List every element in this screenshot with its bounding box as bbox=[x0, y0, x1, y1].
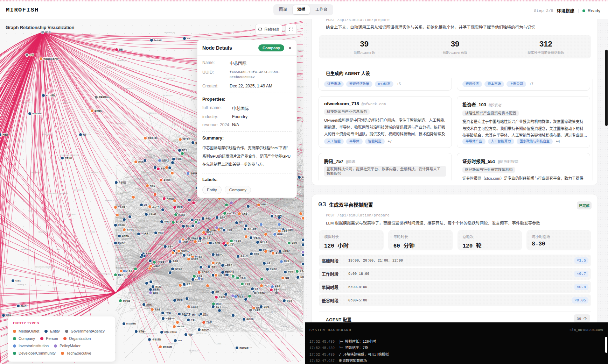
svg-text:百度: 百度 bbox=[239, 221, 243, 224]
svg-text:财经新浪网: 财经新浪网 bbox=[163, 345, 172, 348]
svg-text:招投书: 招投书 bbox=[216, 305, 221, 308]
svg-text:MF_AI: MF_AI bbox=[45, 31, 51, 33]
svg-text:INVESTS_IN: INVESTS_IN bbox=[290, 283, 299, 285]
svg-text:RELATES_TO: RELATES_TO bbox=[163, 95, 173, 97]
svg-text:算力租赁: 算力租赁 bbox=[195, 255, 202, 258]
svg-text:海光信息: 海光信息 bbox=[163, 179, 171, 181]
svg-text:RELATES_TO: RELATES_TO bbox=[42, 133, 52, 135]
svg-text:研究院: 研究院 bbox=[155, 285, 161, 288]
svg-text:FOLLOWS: FOLLOWS bbox=[294, 200, 301, 201]
svg-text:证券时报: 证券时报 bbox=[149, 213, 156, 216]
svg-text:RELATES_TO: RELATES_TO bbox=[174, 188, 184, 191]
svg-text:DeepSk86d: DeepSk86d bbox=[126, 323, 136, 325]
svg-text:供应链: 供应链 bbox=[284, 260, 289, 263]
svg-text:摩尔线程: 摩尔线程 bbox=[121, 235, 130, 237]
svg-text:COLLABORATES_WITH: COLLABORATES_WITH bbox=[140, 333, 157, 334]
svg-text:RELATES_TO: RELATES_TO bbox=[147, 112, 157, 114]
svg-text:阿里云: 阿里云 bbox=[187, 283, 192, 286]
svg-text:REPORTS_ON: REPORTS_ON bbox=[196, 333, 207, 334]
svg-text:政府订单: 政府订单 bbox=[246, 318, 254, 321]
svg-text:数据中心: 数据中心 bbox=[225, 271, 233, 273]
svg-text:PART_OF: PART_OF bbox=[63, 102, 70, 104]
svg-text:REPORTS_ON: REPORTS_ON bbox=[116, 123, 126, 124]
svg-text:智算中心: 智算中心 bbox=[118, 242, 126, 244]
svg-text:COMPETES_WITH: COMPETES_WITH bbox=[116, 257, 128, 259]
svg-text:INVESTS_IN: INVESTS_IN bbox=[18, 284, 26, 285]
svg-text:“平湖”系列: “平湖”系列 bbox=[152, 338, 161, 341]
svg-text:工信部: 工信部 bbox=[245, 283, 250, 285]
svg-text:产业联盟: 产业联盟 bbox=[253, 309, 261, 312]
svg-text:半导体: 半导体 bbox=[146, 252, 151, 255]
svg-text:海光信息: 海光信息 bbox=[167, 197, 174, 200]
svg-text:SBD: SBD bbox=[178, 340, 182, 342]
svg-text:REPORTS_ON: REPORTS_ON bbox=[116, 266, 126, 269]
svg-text:投资者: 投资者 bbox=[277, 233, 283, 236]
svg-text:科创板: 科创板 bbox=[254, 252, 259, 255]
svg-text:RELATES_TO: RELATES_TO bbox=[263, 245, 272, 247]
svg-text:封装测试: 封装测试 bbox=[300, 276, 304, 279]
svg-text:英伟达: 英伟达 bbox=[205, 217, 211, 220]
svg-text:RELATES_TO: RELATES_TO bbox=[116, 204, 125, 205]
svg-text:RELATES_TO: RELATES_TO bbox=[32, 172, 41, 173]
svg-text:FOLLOWS: FOLLOWS bbox=[265, 312, 273, 314]
svg-text:发改委: 发改委 bbox=[242, 212, 247, 215]
svg-text:监管层: 监管层 bbox=[153, 291, 159, 294]
svg-text:RELATES_TO: RELATES_TO bbox=[270, 221, 279, 223]
svg-text:RELATES_TO: RELATES_TO bbox=[241, 259, 251, 260]
svg-text:研究院: 研究院 bbox=[216, 262, 221, 264]
svg-text:REPORTS_ON: REPORTS_ON bbox=[266, 277, 277, 278]
svg-text:SUPPLIES_TO: SUPPLIES_TO bbox=[112, 245, 123, 247]
svg-text:RELATES_TO: RELATES_TO bbox=[189, 350, 199, 352]
svg-text:通义大模型: 通义大模型 bbox=[247, 228, 257, 230]
svg-text:PART_OF: PART_OF bbox=[263, 278, 270, 280]
svg-text:REPORTS_ON: REPORTS_ON bbox=[91, 172, 102, 173]
svg-text:阿里云: 阿里云 bbox=[182, 149, 188, 152]
svg-text:COLLABORATES_WITH: COLLABORATES_WITH bbox=[223, 302, 240, 304]
svg-text:RELATES_TO: RELATES_TO bbox=[183, 202, 193, 205]
svg-text:7月份: 7月份 bbox=[29, 53, 34, 56]
svg-text:光刻机: 光刻机 bbox=[146, 303, 152, 306]
svg-text:大数据: 大数据 bbox=[2, 133, 8, 136]
svg-text:封装测试: 封装测试 bbox=[153, 288, 161, 291]
svg-text:LIKES: LIKES bbox=[241, 206, 245, 207]
svg-text:REPORTS_ON: REPORTS_ON bbox=[165, 32, 175, 34]
svg-text:国产替代: 国产替代 bbox=[183, 138, 191, 141]
svg-text:RELATES_TO: RELATES_TO bbox=[117, 60, 127, 62]
svg-text:华为昇腾: 华为昇腾 bbox=[118, 206, 126, 209]
svg-text:REGULATES: REGULATES bbox=[67, 214, 76, 215]
svg-text:LIKES: LIKES bbox=[132, 264, 136, 266]
svg-text:中国云计算行业: 中国云计算行业 bbox=[164, 331, 177, 334]
svg-text:LIKES: LIKES bbox=[217, 343, 221, 345]
svg-text:REPORTS_ON: REPORTS_ON bbox=[14, 140, 25, 142]
svg-text:RELATES_TO: RELATES_TO bbox=[300, 181, 304, 183]
svg-text:870: 870 bbox=[203, 313, 207, 315]
svg-text:LIKES: LIKES bbox=[252, 322, 256, 324]
svg-text:记者: 记者 bbox=[198, 240, 202, 243]
svg-text:DeepSeek...: DeepSeek... bbox=[32, 113, 43, 115]
svg-text:算力中心: 算力中心 bbox=[127, 228, 134, 231]
svg-text:RELATES_TO: RELATES_TO bbox=[280, 326, 290, 327]
svg-text:海光信息: 海光信息 bbox=[175, 267, 183, 270]
svg-text:腾讯云: 腾讯云 bbox=[186, 224, 191, 227]
svg-text:PART_OF: PART_OF bbox=[267, 210, 274, 212]
svg-text:华为昇腾: 华为昇腾 bbox=[141, 232, 149, 235]
svg-text:百度: 百度 bbox=[219, 226, 223, 229]
svg-text:REPORTS_ON: REPORTS_ON bbox=[219, 249, 229, 251]
svg-text:EDA工具: EDA工具 bbox=[203, 237, 210, 240]
svg-text:FOLLOWS: FOLLOWS bbox=[137, 102, 144, 104]
svg-text:工信部: 工信部 bbox=[206, 321, 212, 324]
svg-text:深度演员: 深度演员 bbox=[191, 305, 198, 308]
svg-text:投资者: 投资者 bbox=[275, 285, 280, 288]
svg-text:INFLUENCES_VALUATION: INFLUENCES_VALUATION bbox=[238, 263, 257, 264]
svg-text:RELATES_TO: RELATES_TO bbox=[181, 217, 190, 219]
svg-text:开发者: 开发者 bbox=[127, 270, 132, 272]
svg-text:RELATES_TO: RELATES_TO bbox=[21, 249, 31, 250]
svg-text:PART_OF: PART_OF bbox=[144, 163, 151, 165]
svg-text:龙芯中科: 龙芯中科 bbox=[152, 205, 160, 208]
svg-text:研究院: 研究院 bbox=[216, 302, 222, 305]
svg-text:项目H: 项目H bbox=[188, 333, 193, 336]
svg-text:COMPETES_WITH: COMPETES_WITH bbox=[147, 60, 160, 62]
svg-text:分析师: 分析师 bbox=[240, 277, 246, 279]
svg-text:存储芯片: 存储芯片 bbox=[219, 296, 226, 299]
svg-text:花海: 花海 bbox=[255, 287, 259, 290]
